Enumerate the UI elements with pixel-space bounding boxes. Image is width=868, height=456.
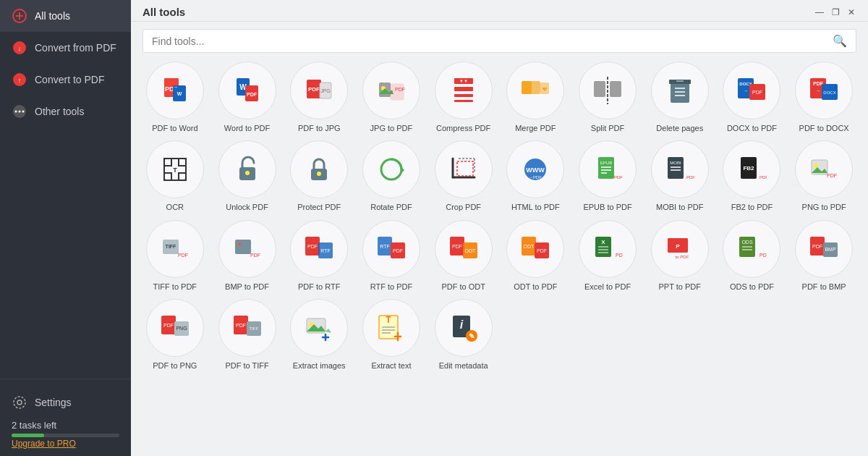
sidebar-item-convert-from-pdf[interactable]: ↓ Convert from PDF — [0, 32, 131, 64]
tool-epub-to-pdf[interactable]: EPUBPDFEPUB to PDF — [575, 140, 640, 212]
tool-label-pdf-to-jpg: PDF to JPG — [298, 123, 341, 133]
tool-fb2-to-pdf[interactable]: FB2PDFFB2 to PDF — [720, 140, 785, 212]
sidebar-item-other-tools[interactable]: Other tools — [0, 96, 131, 127]
tool-icon-epub-to-pdf: EPUBPDF — [579, 140, 637, 198]
tool-crop-pdf[interactable]: Crop PDF — [431, 140, 496, 212]
svg-text:PDF: PDF — [163, 323, 174, 328]
svg-text:T: T — [173, 166, 177, 174]
tool-extract-images[interactable]: Extract images — [286, 299, 352, 371]
sidebar-item-all-tools[interactable]: All tools — [0, 0, 131, 32]
svg-text:ODS: ODS — [742, 240, 754, 245]
tool-html-to-pdf[interactable]: WWW→PDFHTML to PDF — [503, 140, 568, 212]
tool-icon-pdf-to-word: PDFW→ — [146, 62, 204, 119]
upgrade-link[interactable]: Upgrade to PRO — [0, 439, 131, 449]
tool-label-ppt-to-pdf: PPT to PDF — [659, 282, 701, 292]
tool-jpg-to-pdf[interactable]: PDFJPG to PDF — [359, 62, 424, 133]
svg-text:P: P — [676, 243, 680, 250]
tool-png-to-pdf[interactable]: PDFPNG to PDF — [791, 140, 856, 212]
svg-text:PNG: PNG — [176, 326, 187, 331]
tool-pdf-to-jpg[interactable]: PDF→JPGPDF to JPG — [286, 62, 352, 133]
svg-rect-37 — [454, 100, 473, 102]
tool-icon-ppt-to-pdf: Pto PDF — [651, 220, 709, 278]
tool-label-png-to-pdf: PNG to PDF — [802, 202, 846, 212]
svg-text:WWW: WWW — [527, 166, 545, 174]
tool-edit-metadata[interactable]: i✎Edit metadata — [431, 299, 496, 371]
tool-icon-odt-to-pdf: ODTPDF — [506, 220, 564, 278]
tool-ppt-to-pdf[interactable]: Pto PDFPPT to PDF — [647, 220, 712, 292]
tool-pdf-to-png[interactable]: PDFPNGPDF to PNG — [142, 299, 208, 371]
tool-icon-pdf-to-odt: PDFODT — [435, 220, 493, 278]
tool-label-delete-pages: Delete pages — [656, 123, 703, 133]
tool-icon-pdf-to-jpg: PDF→JPG — [290, 62, 348, 119]
tool-icon-docx-to-pdf: DOCX→PDF — [723, 62, 780, 119]
tool-protect-pdf[interactable]: Protect PDF — [286, 140, 352, 212]
svg-point-104 — [238, 242, 241, 245]
tool-merge-pdf[interactable]: Merge PDF — [503, 62, 568, 133]
page-title: All tools — [142, 6, 185, 18]
tool-extract-text[interactable]: TExtract text — [359, 299, 424, 371]
convert-to-pdf-icon: ↑ — [12, 72, 27, 88]
settings-icon — [12, 394, 27, 410]
tool-label-bmp-to-pdf: BMP to PDF — [225, 282, 269, 292]
svg-text:PDF: PDF — [178, 253, 188, 258]
svg-text:ODT: ODT — [524, 244, 535, 249]
tool-icon-excel-to-pdf: XPDF — [579, 220, 637, 278]
tool-label-ocr: OCR — [166, 202, 184, 212]
tool-label-word-to-pdf: Word to PDF — [224, 123, 270, 133]
settings-item[interactable]: Settings — [0, 387, 131, 418]
tool-delete-pages[interactable]: Delete pages — [647, 62, 712, 133]
sidebar-item-convert-to-pdf[interactable]: ↑ Convert to PDF — [0, 64, 131, 96]
tool-label-pdf-to-png: PDF to PNG — [153, 360, 197, 371]
tool-rtf-to-pdf[interactable]: RTFPDFRTF to PDF — [359, 220, 424, 292]
svg-point-9 — [19, 111, 21, 113]
svg-rect-65 — [179, 173, 186, 180]
tool-label-epub-to-pdf: EPUB to PDF — [583, 202, 631, 212]
tool-unlock-pdf[interactable]: Unlock PDF — [215, 140, 280, 212]
tool-icon-tiff-to-pdf: TIFFPDF — [146, 220, 204, 278]
tool-label-protect-pdf: Protect PDF — [297, 202, 341, 212]
tool-icon-extract-images — [290, 299, 348, 357]
svg-text:PDF: PDF — [537, 248, 547, 253]
search-icon: 🔍 — [833, 34, 847, 48]
search-input[interactable] — [152, 35, 833, 47]
tool-rotate-pdf[interactable]: Rotate PDF — [359, 140, 424, 212]
tool-label-extract-images: Extract images — [293, 360, 346, 371]
tool-compress-pdf[interactable]: ▼▼Compress PDF — [431, 62, 496, 133]
tool-icon-pdf-to-docx: PDF→DOCX — [795, 62, 853, 119]
tool-pdf-to-docx[interactable]: PDF→DOCXPDF to DOCX — [791, 62, 856, 133]
svg-text:EPUB: EPUB — [600, 161, 612, 165]
tool-mobi-to-pdf[interactable]: MOBIPDFMOBI to PDF — [647, 140, 712, 212]
tool-pdf-to-tiff[interactable]: PDFTIFFPDF to TIFF — [215, 299, 280, 371]
tool-pdf-to-bmp[interactable]: PDFBMPPDF to BMP — [791, 220, 856, 292]
tool-label-crop-pdf: Crop PDF — [446, 202, 481, 212]
tool-ods-to-pdf[interactable]: ODSPDFODS to PDF — [720, 220, 785, 292]
tool-label-rtf-to-pdf: RTF to PDF — [370, 282, 412, 292]
maximize-button[interactable]: ❐ — [830, 7, 841, 17]
tool-icon-png-to-pdf: PDF — [795, 140, 853, 198]
tool-docx-to-pdf[interactable]: DOCX→PDFDOCX to PDF — [720, 62, 785, 133]
svg-text:→: → — [744, 88, 749, 93]
tool-excel-to-pdf[interactable]: XPDFExcel to PDF — [575, 220, 640, 292]
tool-odt-to-pdf[interactable]: ODTPDFODT to PDF — [503, 220, 568, 292]
tool-word-to-pdf[interactable]: W→PDFWord to PDF — [215, 62, 280, 133]
svg-rect-40 — [530, 81, 540, 94]
all-tools-icon — [12, 8, 27, 24]
svg-text:DOCX: DOCX — [823, 90, 835, 95]
tool-bmp-to-pdf[interactable]: PDFBMP to PDF — [215, 220, 280, 292]
svg-rect-45 — [610, 81, 621, 97]
tool-tiff-to-pdf[interactable]: TIFFPDFTIFF to PDF — [142, 220, 208, 292]
close-button[interactable]: ✕ — [846, 7, 856, 17]
svg-rect-64 — [179, 159, 186, 166]
tool-split-pdf[interactable]: Split PDF — [575, 62, 640, 133]
tool-pdf-to-odt[interactable]: PDFODTPDF to ODT — [431, 220, 496, 292]
svg-text:→: → — [816, 88, 821, 93]
minimize-button[interactable]: — — [814, 7, 825, 17]
tool-pdf-to-word[interactable]: PDFW→PDF to Word — [142, 62, 208, 133]
tool-ocr[interactable]: TOCR — [142, 140, 208, 212]
svg-point-11 — [17, 400, 22, 405]
tool-pdf-to-rtf[interactable]: PDFRTFPDF to RTF — [286, 220, 352, 292]
tool-icon-html-to-pdf: WWW→PDF — [506, 140, 564, 198]
tool-label-excel-to-pdf: Excel to PDF — [584, 282, 631, 292]
tool-icon-pdf-to-tiff: PDFTIFF — [218, 299, 276, 357]
svg-point-12 — [14, 397, 25, 408]
